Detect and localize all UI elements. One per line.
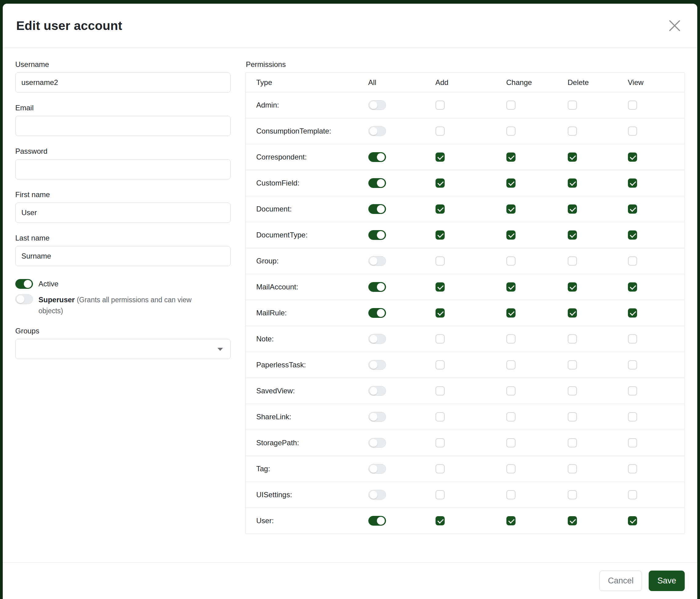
permission-delete-checkbox[interactable] xyxy=(568,490,577,499)
permission-all-toggle[interactable] xyxy=(368,438,386,448)
permission-view-checkbox[interactable] xyxy=(628,152,637,162)
permission-add-checkbox[interactable] xyxy=(435,178,445,188)
permission-change-checkbox[interactable] xyxy=(506,231,516,240)
modal-footer: Cancel Save xyxy=(3,562,697,599)
permission-view-checkbox[interactable] xyxy=(628,205,637,214)
permission-view-checkbox[interactable] xyxy=(628,464,637,473)
permission-all-toggle[interactable] xyxy=(368,282,386,292)
modal-header: Edit user account xyxy=(3,4,697,48)
permission-all-toggle[interactable] xyxy=(368,412,386,422)
permission-delete-checkbox[interactable] xyxy=(568,231,577,240)
close-button[interactable] xyxy=(666,17,684,35)
permission-view-checkbox[interactable] xyxy=(628,438,637,448)
permission-change-checkbox[interactable] xyxy=(506,386,516,396)
permission-add-checkbox[interactable] xyxy=(435,152,445,162)
cancel-button[interactable]: Cancel xyxy=(599,571,642,591)
permission-change-checkbox[interactable] xyxy=(506,308,516,317)
permission-change-checkbox[interactable] xyxy=(506,205,516,214)
permission-all-toggle[interactable] xyxy=(368,100,386,110)
permission-change-checkbox[interactable] xyxy=(506,282,516,291)
permission-delete-checkbox[interactable] xyxy=(568,360,577,369)
permission-add-checkbox[interactable] xyxy=(435,490,445,499)
permission-view-checkbox[interactable] xyxy=(628,490,637,499)
permission-delete-checkbox[interactable] xyxy=(568,412,577,422)
permission-change-checkbox[interactable] xyxy=(506,438,516,448)
permission-add-checkbox[interactable] xyxy=(435,205,445,214)
last-name-input[interactable] xyxy=(15,246,231,266)
permission-change-checkbox[interactable] xyxy=(506,257,516,266)
permission-add-checkbox[interactable] xyxy=(435,126,445,136)
permission-add-checkbox[interactable] xyxy=(435,282,445,291)
permission-view-checkbox[interactable] xyxy=(628,231,637,240)
permission-all-toggle[interactable] xyxy=(368,386,386,396)
permission-delete-checkbox[interactable] xyxy=(568,205,577,214)
permission-all-toggle[interactable] xyxy=(368,490,386,500)
permission-add-checkbox[interactable] xyxy=(435,100,445,110)
username-input[interactable] xyxy=(15,72,231,93)
permission-change-checkbox[interactable] xyxy=(506,126,516,136)
permission-all-toggle[interactable] xyxy=(368,178,386,188)
permission-view-checkbox[interactable] xyxy=(628,412,637,422)
permission-all-toggle[interactable] xyxy=(368,204,386,214)
permission-all-toggle[interactable] xyxy=(368,516,386,526)
permission-view-checkbox[interactable] xyxy=(628,257,637,266)
permission-add-checkbox[interactable] xyxy=(435,438,445,448)
permission-view-checkbox[interactable] xyxy=(628,308,637,317)
permission-change-checkbox[interactable] xyxy=(506,360,516,369)
permission-delete-checkbox[interactable] xyxy=(568,308,577,317)
permission-view-checkbox[interactable] xyxy=(628,178,637,188)
groups-select[interactable] xyxy=(15,339,231,359)
permission-view-checkbox[interactable] xyxy=(628,360,637,369)
permission-view-checkbox[interactable] xyxy=(628,282,637,291)
permission-all-toggle[interactable] xyxy=(368,256,386,266)
permission-change-checkbox[interactable] xyxy=(506,412,516,422)
permission-all-toggle[interactable] xyxy=(368,334,386,344)
permission-view-checkbox[interactable] xyxy=(628,100,637,110)
save-button[interactable]: Save xyxy=(649,571,685,591)
permission-delete-checkbox[interactable] xyxy=(568,334,577,343)
permission-add-checkbox[interactable] xyxy=(435,386,445,396)
permission-all-toggle[interactable] xyxy=(368,308,386,318)
superuser-toggle[interactable] xyxy=(15,294,33,304)
permission-delete-checkbox[interactable] xyxy=(568,516,577,525)
permission-view-checkbox[interactable] xyxy=(628,386,637,396)
permission-delete-checkbox[interactable] xyxy=(568,464,577,473)
permission-change-checkbox[interactable] xyxy=(506,334,516,343)
permission-add-checkbox[interactable] xyxy=(435,231,445,240)
permission-view-checkbox[interactable] xyxy=(628,516,637,525)
permission-add-checkbox[interactable] xyxy=(435,412,445,422)
permission-change-checkbox[interactable] xyxy=(506,490,516,499)
permission-change-checkbox[interactable] xyxy=(506,516,516,525)
permission-delete-checkbox[interactable] xyxy=(568,178,577,188)
permission-add-checkbox[interactable] xyxy=(435,464,445,473)
permission-add-checkbox[interactable] xyxy=(435,516,445,525)
email-input[interactable] xyxy=(15,116,231,136)
permission-view-checkbox[interactable] xyxy=(628,334,637,343)
permission-add-checkbox[interactable] xyxy=(435,334,445,343)
permission-change-checkbox[interactable] xyxy=(506,178,516,188)
permission-change-checkbox[interactable] xyxy=(506,100,516,110)
permission-change-checkbox[interactable] xyxy=(506,152,516,162)
permission-delete-checkbox[interactable] xyxy=(568,126,577,136)
permission-change-checkbox[interactable] xyxy=(506,464,516,473)
permission-all-toggle[interactable] xyxy=(368,360,386,370)
permission-delete-checkbox[interactable] xyxy=(568,100,577,110)
permission-delete-checkbox[interactable] xyxy=(568,386,577,396)
permission-all-toggle[interactable] xyxy=(368,464,386,474)
first-name-input[interactable] xyxy=(15,202,231,223)
permission-delete-checkbox[interactable] xyxy=(568,152,577,162)
permission-add-checkbox[interactable] xyxy=(435,308,445,317)
permission-delete-checkbox[interactable] xyxy=(568,257,577,266)
permission-delete-checkbox[interactable] xyxy=(568,438,577,448)
toggle-knob xyxy=(377,283,385,291)
permission-delete-checkbox[interactable] xyxy=(568,282,577,291)
permission-all-toggle[interactable] xyxy=(368,152,386,162)
permission-add-checkbox[interactable] xyxy=(435,360,445,369)
permission-row: Admin: xyxy=(246,92,685,118)
active-toggle[interactable] xyxy=(15,279,33,289)
permission-all-toggle[interactable] xyxy=(368,126,386,136)
permission-add-checkbox[interactable] xyxy=(435,257,445,266)
permission-all-toggle[interactable] xyxy=(368,230,386,240)
password-input[interactable] xyxy=(15,159,231,179)
permission-view-checkbox[interactable] xyxy=(628,126,637,136)
